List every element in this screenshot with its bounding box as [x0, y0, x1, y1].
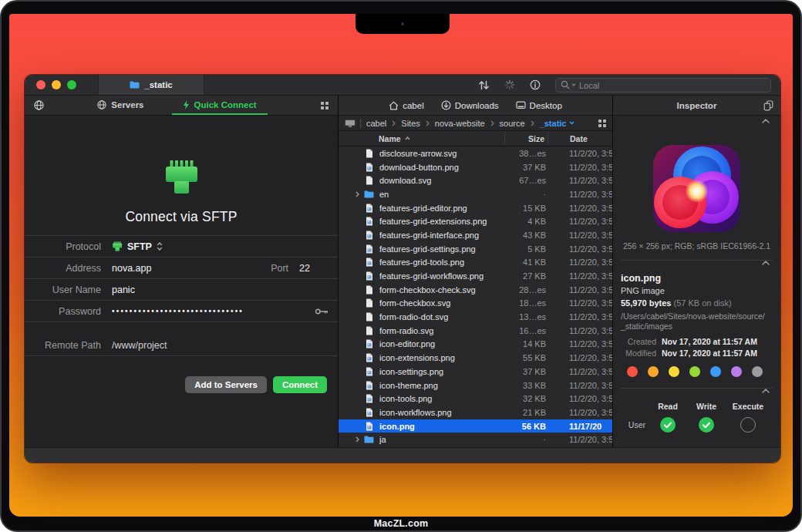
transfers-icon[interactable]: [478, 80, 490, 90]
table-row[interactable]: icon-tools.png 32 KB 11/2/20, 3:5: [339, 392, 612, 406]
table-row[interactable]: en · 11/2/20, 3:5: [339, 187, 612, 201]
zoom-button[interactable]: [67, 80, 76, 89]
label-color-dot[interactable]: [669, 366, 679, 377]
disclosure-chevron-icon[interactable]: [339, 246, 362, 252]
key-icon[interactable]: [315, 308, 329, 315]
favorite-desktop[interactable]: Desktop: [516, 101, 562, 110]
label-color-dot[interactable]: [689, 366, 700, 377]
disclosure-chevron-icon[interactable]: [339, 177, 362, 184]
grid-view-icon[interactable]: [598, 120, 606, 127]
disclosure-chevron-icon[interactable]: [339, 396, 362, 402]
computer-icon[interactable]: [345, 120, 356, 127]
port-field[interactable]: 22: [299, 263, 310, 274]
perm-user-write-toggle[interactable]: [687, 417, 726, 433]
add-to-servers-button[interactable]: Add to Servers: [185, 376, 267, 393]
table-row[interactable]: features-grid-extensions.png 4 KB 11/2/2…: [339, 214, 612, 228]
username-field[interactable]: panic: [112, 285, 135, 295]
permissions-user-row: User: [621, 417, 773, 433]
disclosure-chevron-icon[interactable]: [339, 409, 362, 416]
breadcrumb-static[interactable]: _static: [540, 119, 575, 128]
table-row[interactable]: icon-extensions.png 55 KB 11/2/20, 3:5: [339, 351, 612, 365]
search-input[interactable]: [555, 78, 771, 93]
disclosure-chevron-icon[interactable]: [339, 369, 362, 375]
perm-user-read-toggle[interactable]: [649, 417, 687, 433]
breadcrumb-source[interactable]: source: [500, 119, 525, 128]
disclosure-chevron-icon[interactable]: [339, 218, 362, 224]
disclosure-chevron-icon[interactable]: [339, 232, 362, 238]
label-color-dot[interactable]: [648, 366, 659, 377]
collapse-permissions-chevron[interactable]: [621, 389, 773, 397]
tab-servers[interactable]: Servers: [97, 96, 143, 115]
label-color-dot[interactable]: [731, 366, 742, 377]
password-field[interactable]: ••••••••••••••••••••••••••••••: [112, 307, 315, 315]
table-row[interactable]: icon.png 56 KB 11/17/20: [339, 419, 612, 433]
table-row[interactable]: features-grid-tools.png 41 KB 11/2/20, 3…: [339, 256, 612, 270]
label-color-dot[interactable]: [752, 366, 763, 377]
disclosure-chevron-icon[interactable]: [339, 382, 362, 389]
file-size: 43 KB: [504, 231, 548, 240]
breadcrumb-cabel[interactable]: cabel: [366, 119, 386, 128]
label-color-dot[interactable]: [710, 366, 721, 377]
close-button[interactable]: [36, 80, 45, 89]
label-color-dot[interactable]: [627, 366, 638, 377]
table-row[interactable]: icon-settings.png 37 KB 11/2/20, 3:5: [339, 365, 612, 379]
table-row[interactable]: form-radio-dot.svg 13…es 11/2/20, 3:5: [339, 310, 612, 324]
copy-icon[interactable]: [763, 100, 773, 111]
disclosure-chevron-icon[interactable]: [339, 205, 362, 211]
table-row[interactable]: icon-workflows.png 21 KB 11/2/20, 3:5: [339, 406, 612, 419]
disclosure-chevron-icon[interactable]: [339, 328, 362, 334]
table-row[interactable]: download-button.png 37 KB 11/2/20, 3:5: [339, 160, 612, 174]
window-tab[interactable]: _static: [98, 75, 204, 95]
remote-path-field[interactable]: /www/project: [112, 340, 167, 351]
table-row[interactable]: icon-editor.png 14 KB 11/2/20, 3:5: [339, 338, 612, 352]
disclosure-chevron-icon[interactable]: [339, 164, 362, 170]
table-row[interactable]: features-grid-editor.png 15 KB 11/2/20, …: [339, 201, 612, 215]
column-date[interactable]: Date: [548, 131, 612, 146]
file-preview-nova-icon: [653, 145, 740, 232]
collapse-preview-chevron[interactable]: [621, 119, 773, 126]
disclosure-chevron-icon[interactable]: [339, 300, 362, 306]
breadcrumb-sites[interactable]: Sites: [401, 119, 420, 128]
tab-quick-connect[interactable]: Quick Connect: [172, 96, 268, 115]
activity-spinner-icon[interactable]: [504, 79, 515, 90]
globe-sidebar-icon[interactable]: [34, 100, 44, 110]
disclosure-chevron-icon[interactable]: [339, 191, 362, 197]
favorite-home[interactable]: cabel: [389, 101, 424, 110]
table-row[interactable]: form-checkbox-check.svg 28…es 11/2/20, 3…: [339, 283, 612, 297]
address-field[interactable]: nova.app: [112, 263, 151, 274]
search-field[interactable]: [555, 78, 771, 93]
perm-user-execute-toggle[interactable]: [726, 417, 770, 433]
table-row[interactable]: form-checkbox.svg 18…es 11/2/20, 3:5: [339, 297, 612, 311]
grid-view-icon[interactable]: [321, 102, 329, 109]
disclosure-chevron-icon[interactable]: [339, 423, 362, 429]
disclosure-chevron-icon[interactable]: [339, 355, 362, 361]
table-row[interactable]: features-grid-settings.png 5 KB 11/2/20,…: [339, 242, 612, 256]
favorite-downloads[interactable]: Downloads: [441, 100, 499, 110]
disclosure-chevron-icon[interactable]: [339, 259, 362, 265]
breadcrumb-nova-website[interactable]: nova-website: [435, 119, 485, 128]
disclosure-chevron-icon[interactable]: [339, 287, 362, 293]
table-row[interactable]: ja · 11/2/20, 3:5: [339, 433, 612, 446]
disclosure-chevron-icon[interactable]: [339, 273, 362, 279]
column-size[interactable]: Size: [504, 131, 548, 146]
table-row[interactable]: download.svg 67…es 11/2/20, 3:5: [339, 173, 612, 187]
protocol-select[interactable]: SFTP: [112, 241, 163, 252]
titlebar: _static: [25, 75, 780, 96]
stepper-icon[interactable]: [157, 241, 163, 251]
collapse-info-chevron[interactable]: [621, 261, 773, 270]
search-icon: [561, 80, 576, 89]
file-list[interactable]: disclosure-arrow.svg 38…es 11/2/20, 3:5 …: [339, 146, 612, 447]
minimize-button[interactable]: [52, 80, 61, 89]
table-row[interactable]: features-grid-workflows.png 27 KB 11/2/2…: [339, 269, 612, 283]
disclosure-chevron-icon[interactable]: [339, 150, 362, 157]
table-row[interactable]: form-radio.svg 16…es 11/2/20, 3:5: [339, 324, 612, 338]
info-icon[interactable]: [530, 79, 541, 90]
connect-button[interactable]: Connect: [273, 376, 327, 393]
table-row[interactable]: disclosure-arrow.svg 38…es 11/2/20, 3:5: [339, 146, 612, 160]
disclosure-chevron-icon[interactable]: [339, 341, 362, 347]
table-row[interactable]: features-grid-interface.png 43 KB 11/2/2…: [339, 228, 612, 242]
disclosure-chevron-icon[interactable]: [339, 436, 362, 443]
table-row[interactable]: icon-theme.png 33 KB 11/2/20, 3:5: [339, 379, 612, 392]
disclosure-chevron-icon[interactable]: [339, 314, 362, 320]
column-name[interactable]: Name: [339, 131, 504, 146]
